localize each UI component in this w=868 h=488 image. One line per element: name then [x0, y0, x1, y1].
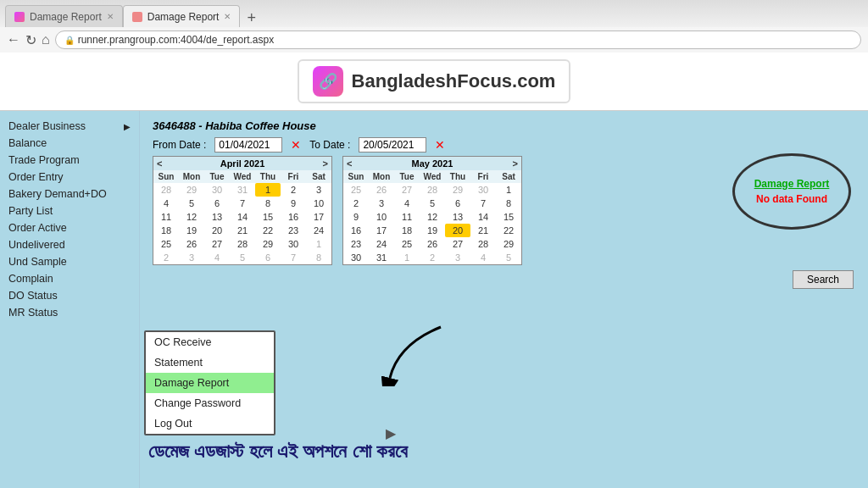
from-date-clear-icon[interactable]: ✕: [291, 138, 301, 152]
cal-day[interactable]: 27: [394, 183, 420, 197]
cal-day[interactable]: 29: [445, 183, 470, 197]
cal-day[interactable]: 9: [281, 197, 306, 210]
cal-day[interactable]: 30: [204, 183, 230, 197]
cal-day[interactable]: 3: [445, 251, 470, 264]
cal-day[interactable]: 22: [496, 224, 521, 237]
home-button[interactable]: ⌂: [42, 32, 50, 47]
cal-day[interactable]: 30: [343, 251, 369, 264]
cal-day[interactable]: 23: [281, 224, 306, 237]
cal-day[interactable]: 4: [470, 251, 496, 264]
cal-day[interactable]: 30: [470, 183, 496, 197]
menu-item-log-out[interactable]: Log Out: [146, 413, 274, 434]
cal-day[interactable]: 7: [470, 197, 496, 210]
menu-item-oc-receive[interactable]: OC Receive: [146, 332, 274, 352]
sidebar-item-dealer-business[interactable]: Dealer Business ▶: [0, 118, 139, 135]
cal-day[interactable]: 31: [230, 183, 255, 197]
cal-day[interactable]: 3: [179, 251, 204, 264]
sidebar-item-bakery-demand[interactable]: Bakery Demand+DO: [0, 186, 139, 202]
cal-day[interactable]: 1: [496, 183, 521, 197]
cal-to-next[interactable]: >: [513, 158, 518, 169]
cal-day[interactable]: 11: [153, 210, 179, 224]
cal-day[interactable]: 6: [255, 251, 281, 264]
cal-day[interactable]: 8: [496, 197, 521, 210]
cal-day[interactable]: 29: [179, 183, 204, 197]
cal-day[interactable]: 8: [306, 251, 331, 264]
cal-day[interactable]: 4: [204, 251, 230, 264]
cal-day[interactable]: 5: [420, 197, 445, 210]
sidebar-item-und-sample[interactable]: Und Sample: [0, 253, 139, 270]
cal-day[interactable]: 29: [255, 237, 281, 251]
menu-item-statement[interactable]: Statement: [146, 352, 274, 373]
cal-day[interactable]: 25: [153, 237, 179, 251]
sidebar-item-complain[interactable]: Complain: [0, 270, 139, 287]
cal-day[interactable]: 13: [204, 210, 230, 224]
refresh-button[interactable]: ↻: [25, 32, 36, 48]
cal-day[interactable]: 3: [306, 183, 331, 197]
tab-close-2[interactable]: ✕: [224, 12, 231, 21]
cal-day[interactable]: 4: [394, 197, 420, 210]
menu-item-damage-report[interactable]: Damage Report: [146, 373, 274, 393]
cal-day[interactable]: 23: [343, 237, 369, 251]
cal-day[interactable]: 20: [204, 224, 230, 237]
cal-day[interactable]: 25: [343, 183, 369, 197]
cal-day[interactable]: 22: [255, 224, 281, 237]
cal-day[interactable]: 26: [369, 183, 394, 197]
sidebar-item-undelivered[interactable]: Undelivered: [0, 236, 139, 253]
cal-day[interactable]: 21: [230, 224, 255, 237]
to-date-clear-icon[interactable]: ✕: [435, 138, 445, 152]
cal-day[interactable]: 25: [394, 237, 420, 251]
cal-day[interactable]: 24: [369, 237, 394, 251]
menu-item-change-password[interactable]: Change Password: [146, 393, 274, 413]
cal-day[interactable]: 10: [306, 197, 331, 210]
cal-day[interactable]: 14: [470, 210, 496, 224]
cal-day[interactable]: 2: [420, 251, 445, 264]
cal-day[interactable]: 19: [420, 224, 445, 237]
cal-day[interactable]: 4: [153, 197, 179, 210]
cal-day[interactable]: 19: [179, 224, 204, 237]
cal-day[interactable]: 13: [445, 210, 470, 224]
cal-day-today[interactable]: 20: [445, 224, 470, 237]
cal-day[interactable]: 2: [281, 183, 306, 197]
cal-day-today[interactable]: 1: [255, 183, 281, 197]
cal-day[interactable]: 26: [179, 237, 204, 251]
cal-day[interactable]: 9: [343, 210, 369, 224]
cal-day[interactable]: 7: [281, 251, 306, 264]
damage-report-title[interactable]: Damage Report: [754, 178, 830, 190]
cal-day[interactable]: 18: [153, 224, 179, 237]
tab-active[interactable]: Damage Report ✕: [123, 5, 241, 27]
cal-to-prev[interactable]: <: [347, 158, 352, 169]
cal-day[interactable]: 31: [369, 251, 394, 264]
cal-day[interactable]: 5: [179, 197, 204, 210]
search-button[interactable]: Search: [793, 270, 854, 289]
cal-day[interactable]: 28: [420, 183, 445, 197]
cal-day[interactable]: 28: [230, 237, 255, 251]
cal-day[interactable]: 17: [369, 224, 394, 237]
cal-day[interactable]: 7: [230, 197, 255, 210]
cal-day[interactable]: 11: [394, 210, 420, 224]
cal-day[interactable]: 28: [470, 237, 496, 251]
from-date-input[interactable]: [214, 137, 282, 152]
cal-day[interactable]: 14: [230, 210, 255, 224]
tab-close-1[interactable]: ✕: [107, 12, 114, 21]
cal-day[interactable]: 3: [369, 197, 394, 210]
cal-day[interactable]: 15: [496, 210, 521, 224]
new-tab-button[interactable]: +: [240, 9, 263, 27]
cal-day[interactable]: 2: [153, 251, 179, 264]
cal-day[interactable]: 16: [281, 210, 306, 224]
cal-day[interactable]: 18: [394, 224, 420, 237]
cal-day[interactable]: 26: [420, 237, 445, 251]
sidebar-item-balance[interactable]: Balance: [0, 135, 139, 152]
cal-day[interactable]: 12: [179, 210, 204, 224]
cal-day[interactable]: 24: [306, 224, 331, 237]
cal-from-next[interactable]: >: [323, 158, 328, 169]
sidebar-item-mr-status[interactable]: MR Status: [0, 304, 139, 321]
cal-day[interactable]: 6: [445, 197, 470, 210]
sidebar-item-order-active[interactable]: Order Active: [0, 219, 139, 236]
cal-day[interactable]: 21: [470, 224, 496, 237]
sidebar-item-order-entry[interactable]: Order Entry: [0, 169, 139, 186]
cal-day[interactable]: 5: [230, 251, 255, 264]
cal-day[interactable]: 5: [496, 251, 521, 264]
cal-from-prev[interactable]: <: [157, 158, 162, 169]
cal-day[interactable]: 8: [255, 197, 281, 210]
address-input[interactable]: 🔒 runner.prangroup.com:4004/de_report.as…: [55, 30, 861, 49]
